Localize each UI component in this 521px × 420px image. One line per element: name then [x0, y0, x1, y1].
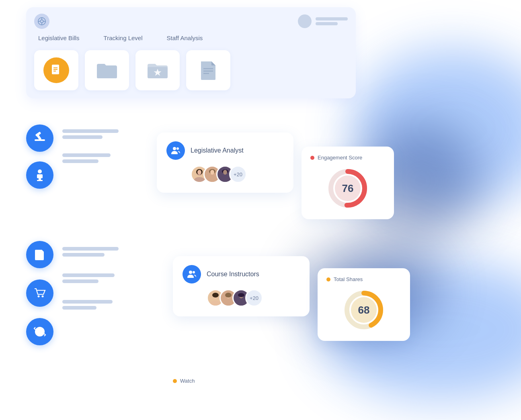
svg-point-25: [38, 296, 40, 298]
sidebar-line-b1b: [62, 253, 105, 257]
engagement-donut: 76: [326, 166, 370, 210]
shares-dot: [326, 277, 330, 281]
sidebar-line-b1a: [62, 247, 119, 251]
svg-rect-22: [37, 180, 43, 181]
sidebar-line-group-2: [62, 153, 119, 163]
sidebar-btn-dollar-cycle[interactable]: [26, 318, 53, 345]
doc-card-active[interactable]: [34, 50, 78, 90]
svg-rect-20: [37, 174, 43, 178]
instructors-card: Course Instructors: [173, 256, 310, 316]
doc-icons-row: [34, 50, 348, 90]
svg-point-49: [238, 293, 244, 297]
engagement-value: 76: [342, 182, 354, 195]
sidebar-icons-upper: [26, 124, 53, 189]
user-avatar: [298, 14, 312, 28]
analyst-card: Legislative Analyst: [157, 133, 293, 193]
svg-point-28: [173, 147, 176, 150]
tab-tracking-level[interactable]: Tracking Level: [104, 35, 143, 41]
sidebar-btn-gavel[interactable]: [26, 124, 53, 152]
shares-card-header: Total Shares: [326, 276, 401, 282]
sidebar-icons-lower: [26, 241, 53, 345]
sidebar-line-2a: [62, 153, 111, 157]
engagement-card-title: Engagement Score: [318, 155, 362, 161]
instructors-card-icon: [183, 265, 201, 283]
engagement-dot: [310, 156, 314, 160]
sidebar-lines-upper: [62, 129, 119, 177]
sidebar-lines-lower: [62, 247, 119, 326]
sidebar-line-b2b: [62, 279, 98, 283]
analyst-card-header: Legislative Analyst: [166, 141, 284, 160]
browser-card: Legislative Bills Tracking Level Staff A…: [26, 7, 356, 98]
svg-point-32: [197, 170, 201, 175]
watch-dot: [173, 379, 177, 383]
sidebar-btn-cart[interactable]: [26, 279, 53, 307]
shares-card: Total Shares 68: [318, 268, 410, 341]
user-info: [316, 17, 348, 25]
svg-point-38: [223, 170, 227, 175]
sidebar-line-b2a: [62, 273, 115, 277]
nav-tabs: Legislative Bills Tracking Level Staff A…: [34, 35, 348, 41]
svg-point-47: [225, 293, 232, 298]
svg-point-19: [38, 169, 42, 173]
sidebar-btn-search-doc[interactable]: [26, 241, 53, 268]
analyst-avatar-plus: +20: [229, 165, 247, 183]
svg-point-29: [176, 147, 179, 150]
watch-label: Watch: [173, 378, 195, 384]
tab-legislative-bills[interactable]: Legislative Bills: [38, 35, 80, 41]
instructors-card-avatars: +20: [207, 289, 300, 307]
doc-card-folder-star[interactable]: [135, 50, 180, 90]
analyst-card-icon: [166, 141, 185, 160]
instructor-avatar-plus: +20: [245, 289, 263, 307]
user-pill: [298, 14, 348, 28]
doc-card-folder[interactable]: [85, 50, 129, 90]
svg-point-1: [40, 20, 43, 22]
watch-text: Watch: [180, 378, 195, 384]
svg-point-35: [210, 170, 214, 175]
tab-staff-analysis[interactable]: Staff Analysis: [167, 35, 203, 41]
engagement-card: Engagement Score 76: [302, 147, 394, 219]
scene: Legislative Bills Tracking Level Staff A…: [0, 0, 521, 420]
browser-topbar: [34, 14, 348, 29]
sidebar-btn-podium[interactable]: [26, 161, 53, 189]
analyst-card-avatars: +20: [191, 165, 284, 183]
user-role-line: [316, 22, 338, 25]
doc-icon-orange: [43, 57, 69, 83]
sidebar-line-b3b: [62, 306, 96, 310]
instructors-card-title: Course Instructors: [207, 271, 259, 278]
sidebar-line-group-1: [62, 129, 119, 139]
sidebar-line-group-b1: [62, 247, 119, 257]
svg-point-45: [212, 293, 219, 298]
analyst-card-title: Legislative Analyst: [191, 147, 244, 154]
sidebar-line-group-b3: [62, 300, 119, 310]
sidebar-line-2b: [62, 159, 98, 163]
sidebar-line-1a: [62, 129, 119, 133]
svg-rect-10: [97, 67, 117, 78]
sidebar-line-1b: [62, 135, 103, 139]
svg-point-26: [42, 296, 44, 298]
shares-donut: 68: [342, 288, 386, 332]
sidebar-line-group-b2: [62, 273, 119, 283]
doc-card-doc2[interactable]: [186, 50, 230, 90]
user-name-line: [316, 17, 348, 20]
svg-point-42: [189, 271, 192, 274]
shares-card-title: Total Shares: [334, 276, 363, 282]
app-logo: [34, 14, 49, 29]
shares-value: 68: [358, 304, 370, 316]
engagement-card-header: Engagement Score: [310, 155, 385, 161]
svg-point-43: [193, 271, 195, 273]
instructors-card-header: Course Instructors: [183, 265, 300, 283]
sidebar-line-b3a: [62, 300, 113, 304]
